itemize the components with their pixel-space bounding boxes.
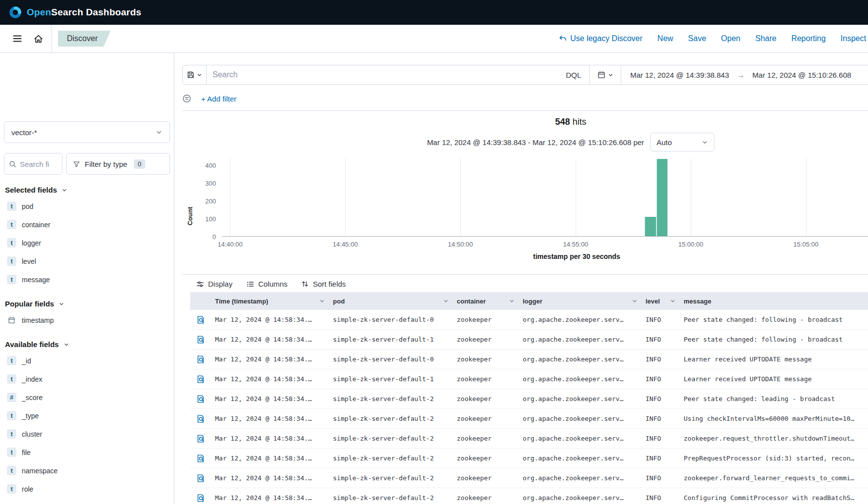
search-input[interactable] <box>207 65 558 84</box>
home-icon[interactable] <box>28 28 49 49</box>
nav-action-save[interactable]: Save <box>688 34 706 43</box>
nav-action-label: Open <box>721 34 740 43</box>
x-tick-label: 14:40:00 <box>217 241 243 248</box>
column-header-time[interactable]: Time (timestamp) <box>211 292 329 310</box>
table-row: Mar 12, 2024 @ 14:58:34.…simple-zk-serve… <box>190 409 868 429</box>
index-pattern-select[interactable]: vector-* <box>4 121 170 143</box>
column-header-message[interactable]: message <box>680 292 868 310</box>
query-bar: DQL Mar 12, 2024 @ 14:39:38.843 → M <box>182 65 868 85</box>
display-button[interactable]: Display <box>196 280 232 288</box>
gridline <box>345 158 346 236</box>
chevron-down-icon[interactable] <box>319 298 325 304</box>
interval-select[interactable]: Auto <box>650 133 714 151</box>
app-title-open: Open <box>27 7 51 17</box>
cell-time: Mar 12, 2024 @ 14:58:34.… <box>211 336 329 343</box>
nav-action-share[interactable]: Share <box>755 34 776 43</box>
saved-query-button[interactable] <box>183 65 207 84</box>
field-item-_type[interactable]: t_type <box>4 406 170 425</box>
field-item-cluster[interactable]: tcluster <box>4 425 170 443</box>
field-item-message[interactable]: tmessage <box>4 270 170 289</box>
add-filter-button[interactable]: + Add filter <box>201 95 236 103</box>
query-language-button[interactable]: DQL <box>558 65 589 84</box>
field-item-file[interactable]: tfile <box>4 443 170 461</box>
sort-fields-button[interactable]: Sort fields <box>301 280 346 288</box>
field-section-header[interactable]: Selected fields <box>4 186 170 194</box>
field-item-container[interactable]: tcontainer <box>4 215 170 234</box>
field-item-timestamp[interactable]: timestamp <box>4 311 170 329</box>
chevron-down-icon[interactable] <box>632 298 638 304</box>
columns-button[interactable]: Columns <box>246 280 287 288</box>
table-row: Mar 12, 2024 @ 14:58:34.…simple-zk-serve… <box>190 369 868 389</box>
field-item-pod[interactable]: tpod <box>4 197 170 215</box>
expand-cell <box>190 314 211 325</box>
gridline <box>460 158 461 236</box>
field-section-header[interactable]: Available fields <box>4 340 170 349</box>
field-type-icon: # <box>7 393 16 402</box>
inspect-document-icon[interactable] <box>195 453 206 464</box>
inspect-document-icon[interactable] <box>195 314 206 325</box>
inspect-document-icon[interactable] <box>195 394 206 404</box>
column-header-logger[interactable]: logger <box>519 292 642 310</box>
inspect-document-icon[interactable] <box>195 354 206 365</box>
cell-container: zookeeper <box>453 395 519 403</box>
cell-time: Mar 12, 2024 @ 14:58:34.… <box>211 395 329 403</box>
menu-icon[interactable] <box>7 28 28 49</box>
filter-set-menu-icon[interactable] <box>182 94 191 103</box>
cell-level: INFO <box>642 316 680 323</box>
field-item-namespace[interactable]: tnamespace <box>4 461 170 480</box>
expand-cell <box>190 374 211 385</box>
histogram-bar[interactable] <box>645 217 656 236</box>
field-name: _id <box>22 357 31 365</box>
chevron-down-icon <box>702 139 708 146</box>
inspect-document-icon[interactable] <box>195 433 206 444</box>
inspect-document-icon[interactable] <box>195 334 206 345</box>
inspect-document-icon[interactable] <box>195 473 206 484</box>
field-type-icon: t <box>7 256 16 266</box>
cell-pod: simple-zk-server-default-2 <box>329 494 453 502</box>
inspect-document-icon[interactable] <box>195 374 206 385</box>
field-item-_id[interactable]: t_id <box>4 352 170 370</box>
field-item-_index[interactable]: t_index <box>4 370 170 388</box>
field-item-role[interactable]: trole <box>4 480 170 498</box>
expand-cell <box>190 433 211 444</box>
nav-action-use-legacy-discover[interactable]: Use legacy Discover <box>559 34 643 43</box>
breadcrumb[interactable]: Discover <box>58 31 110 47</box>
field-name: timestamp <box>22 316 54 324</box>
inspect-document-icon[interactable] <box>195 413 206 424</box>
results-table-panel: DisplayColumnsSort fields Time (timestam… <box>182 274 868 504</box>
field-search-input[interactable] <box>20 160 56 168</box>
field-name: logger <box>22 239 41 247</box>
column-header-pod[interactable]: pod <box>329 292 453 310</box>
column-header-container[interactable]: container <box>453 292 519 310</box>
field-item-logger[interactable]: tlogger <box>4 234 170 252</box>
chevron-down-icon[interactable] <box>509 298 515 304</box>
nav-action-new[interactable]: New <box>657 34 673 43</box>
date-to[interactable]: Mar 12, 2024 @ 15:10:26.608 <box>753 71 852 79</box>
nav-action-open[interactable]: Open <box>721 34 740 43</box>
date-from[interactable]: Mar 12, 2024 @ 14:39:38.843 <box>630 71 729 79</box>
field-type-icon: t <box>7 356 16 365</box>
cell-pod: simple-zk-server-default-2 <box>329 395 453 403</box>
field-type-icon: t <box>7 220 16 229</box>
histogram-bar[interactable] <box>656 159 668 236</box>
nav-action-reporting[interactable]: Reporting <box>791 34 825 43</box>
inspect-document-icon[interactable] <box>195 493 206 504</box>
calendar-icon[interactable] <box>590 65 621 84</box>
column-header-level[interactable]: level <box>642 292 680 310</box>
cell-container: zookeeper <box>453 474 519 482</box>
chevron-down-icon[interactable] <box>670 298 676 304</box>
x-tick-label: 15:05:00 <box>793 241 818 248</box>
field-name: role <box>22 485 33 493</box>
field-type-icon: t <box>7 448 16 457</box>
field-item-level[interactable]: tlevel <box>4 252 170 270</box>
histogram-plot <box>222 158 868 237</box>
field-section-header[interactable]: Popular fields <box>4 300 170 308</box>
column-header-label: container <box>457 298 486 305</box>
chevron-down-icon[interactable] <box>443 298 449 304</box>
cell-logger: org.apache.zookeeper.serv… <box>519 375 642 383</box>
nav-action-inspect[interactable]: Inspect <box>841 34 867 43</box>
gridline <box>230 158 230 236</box>
field-item-_score[interactable]: #_score <box>4 388 170 406</box>
opensearch-logo[interactable]: OpenSearch Dashboards <box>9 6 141 19</box>
filter-by-type-button[interactable]: Filter by type 0 <box>66 153 170 175</box>
